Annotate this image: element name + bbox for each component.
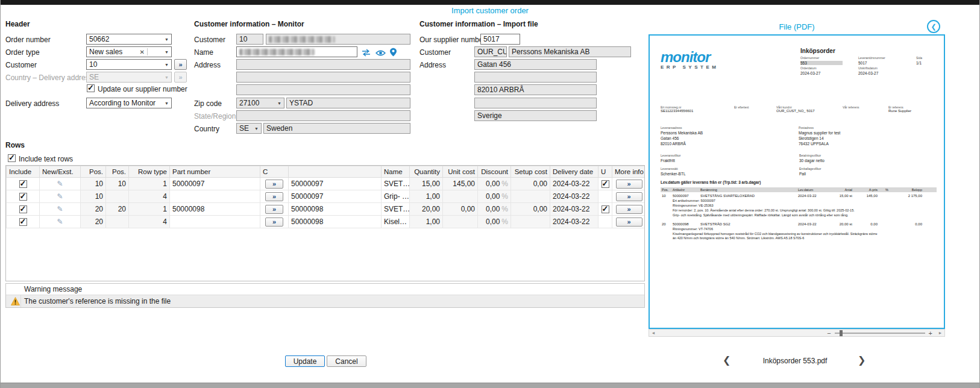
col-row-type[interactable]: Row type [129, 166, 170, 178]
part-lookup-button[interactable]: » [265, 217, 283, 227]
col-c[interactable]: C [260, 166, 289, 178]
monitor-name-input[interactable] [236, 46, 357, 57]
pdf-item-row: 20 50000098 SVETSTRÅD SG2 2024-03-22 20,… [661, 221, 937, 227]
more-info-button[interactable]: » [616, 217, 642, 227]
chevron-down-icon[interactable]: ▼ [162, 47, 171, 57]
part-number-cell[interactable] [170, 216, 260, 228]
col-pos-order[interactable]: Pos. [81, 166, 106, 178]
chevron-down-icon[interactable]: ▼ [275, 98, 284, 108]
col-u[interactable]: U [598, 166, 612, 178]
chevron-down-icon[interactable]: ▼ [162, 98, 171, 108]
scroll-right-icon[interactable]: ► [936, 331, 944, 335]
logo-subtitle: ERP SYSTEM [661, 64, 718, 70]
discount-value: 0,00 [486, 217, 500, 226]
chevron-down-icon: ▼ [162, 72, 171, 82]
country-code-combobox[interactable]: SE ▼ [236, 123, 262, 134]
order-type-combobox[interactable]: New sales ✕ ▼ [86, 46, 172, 57]
transfer-icon[interactable] [361, 48, 371, 59]
next-file-button[interactable]: ❯ [858, 354, 865, 366]
value: 2024-03-22 [798, 194, 827, 198]
part-number-file-cell: 50000098 [289, 216, 382, 228]
divider [147, 48, 148, 55]
order-rows-grid: Include New/Exst. Pos. Pos. Row type Par… [5, 165, 645, 281]
order-number-combobox[interactable]: 50662 ▼ [86, 34, 172, 45]
more-info-button[interactable]: » [616, 205, 642, 214]
value: Magnus supplier for test [799, 130, 937, 136]
part-number-cell[interactable]: 50000097 [170, 178, 260, 190]
delivery-address-value: According to Monitor [89, 99, 155, 107]
part-lookup-button[interactable]: » [265, 192, 283, 201]
update-button[interactable]: Update [285, 355, 325, 367]
label: % [878, 188, 888, 192]
customer-lookup-button[interactable]: » [174, 59, 187, 70]
col-name[interactable]: Name [382, 166, 410, 178]
cancel-button[interactable]: Cancel [327, 355, 366, 367]
update-flag-checkbox[interactable] [602, 180, 609, 188]
clear-icon[interactable]: ✕ [137, 49, 146, 55]
col-pos-file[interactable]: Pos. [106, 166, 129, 178]
zoom-in-icon[interactable]: + [929, 330, 932, 336]
chevron-down-icon[interactable]: ▼ [252, 124, 261, 133]
name-cell: Kisel… [382, 216, 410, 228]
zoom-slider[interactable] [835, 333, 925, 334]
pos-file-cell: 10 [106, 178, 129, 190]
include-checkbox[interactable] [19, 193, 27, 201]
col-include[interactable]: Include [7, 166, 40, 178]
value [916, 71, 937, 75]
part-number-file-cell: 50000098 [289, 203, 382, 216]
delivery-date-cell: 2024-03-22 [550, 178, 598, 190]
monitor-address-line2 [236, 72, 410, 83]
monitor-address-line1 [236, 59, 410, 70]
more-info-button[interactable]: » [616, 180, 642, 189]
part-lookup-button[interactable]: » [265, 205, 283, 214]
include-checkbox[interactable] [19, 180, 27, 188]
unit-cost-cell [443, 216, 478, 228]
include-checkbox[interactable] [19, 218, 27, 226]
col-quantity[interactable]: Quantity [410, 166, 443, 178]
zoom-control[interactable]: − + [827, 330, 932, 336]
discount-cell: 0,00% [478, 190, 511, 203]
collapse-panel-button[interactable]: ❮ [927, 20, 940, 33]
import-customer-name-field: Perssons Mekaniska AB [509, 46, 631, 57]
zoom-slider-handle[interactable] [840, 330, 843, 336]
part-number-file-cell: 50000097 [289, 178, 382, 190]
location-pin-icon[interactable] [390, 48, 397, 59]
pdf-addresses: Leveransadress Perssons Mekaniska AB Gat… [661, 126, 937, 146]
monitor-section-title: Customer information – Monitor [194, 20, 304, 28]
chevron-down-icon[interactable]: ▼ [162, 60, 171, 69]
discount-value: 0,00 [486, 205, 500, 213]
zip-code-combobox[interactable]: 27100 ▼ [236, 98, 284, 108]
col-setup-cost[interactable]: Setup cost [511, 166, 550, 178]
col-delivery-date[interactable]: Delivery date [550, 166, 598, 178]
quantity-cell: 1,00 [410, 190, 443, 203]
row-type-cell: 4 [129, 216, 170, 228]
delivery-date-cell: 2024-03-22 [550, 190, 598, 203]
part-number-cell[interactable] [170, 190, 260, 203]
update-flag-checkbox[interactable] [602, 205, 609, 213]
col-new-exst[interactable]: New/Exst. [40, 166, 81, 178]
more-info-button[interactable]: » [616, 192, 642, 201]
eye-icon[interactable] [375, 48, 386, 59]
col-part-number-file[interactable] [289, 166, 382, 178]
col-unit-cost[interactable]: Unit cost [443, 166, 478, 178]
scroll-left-icon[interactable]: ◄ [649, 331, 658, 335]
value: Rune Supplier [888, 109, 937, 113]
customer-combobox[interactable]: 10 ▼ [86, 59, 172, 70]
delivery-address-combobox[interactable]: According to Monitor ▼ [86, 98, 172, 108]
col-more-info[interactable]: More info [612, 166, 645, 178]
update-supplier-checkbox[interactable] [87, 84, 95, 92]
label: Ordernummer [800, 56, 858, 60]
part-lookup-button[interactable]: » [265, 180, 283, 189]
part-number-cell[interactable]: 50000098 [170, 203, 260, 216]
include-text-rows-checkbox[interactable] [8, 154, 16, 162]
col-discount[interactable]: Discount [478, 166, 511, 178]
include-checkbox[interactable] [19, 205, 27, 213]
col-part-number[interactable]: Part number [170, 166, 260, 178]
value: 2024-03-27 [858, 71, 916, 75]
zoom-out-icon[interactable]: − [827, 330, 831, 336]
edit-row-icon: ✎ [57, 217, 63, 226]
pdf-scrollbar[interactable]: ◄ − + ► [649, 329, 945, 337]
previous-file-button[interactable]: ❮ [723, 354, 730, 366]
chevron-down-icon[interactable]: ▼ [162, 34, 171, 44]
label [916, 66, 937, 70]
